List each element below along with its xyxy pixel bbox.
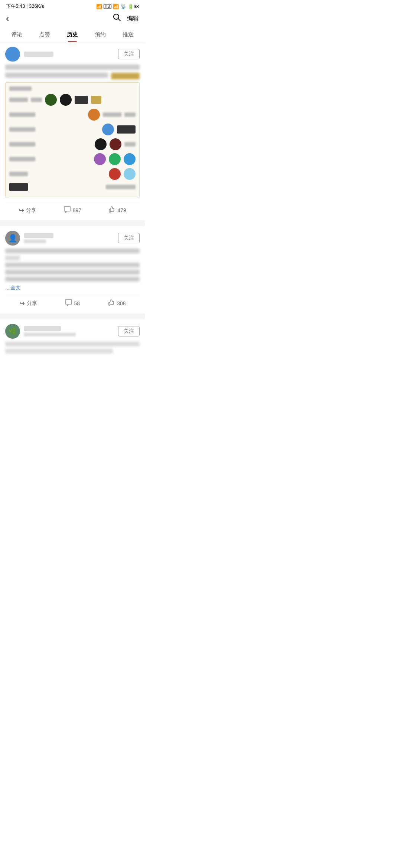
img-text-6 [124, 112, 136, 117]
header: ‹ 编辑 [0, 11, 145, 27]
share-icon-2: ↪ [19, 299, 25, 308]
img-text-11 [9, 172, 28, 176]
text-line-2-5 [5, 277, 140, 282]
post-header-3: 🌿 关注 [5, 324, 140, 339]
image-row-3 [9, 109, 136, 121]
like-icon-1 [108, 206, 115, 214]
tab-history[interactable]: 历史 [64, 27, 81, 42]
img-text-1 [9, 86, 32, 91]
back-button[interactable]: ‹ [6, 13, 9, 24]
username-3 [24, 326, 61, 331]
hd-label: HD [104, 4, 111, 9]
post-header-2: 👤 关注 [5, 231, 140, 246]
img-text-2 [9, 98, 28, 102]
user-name-block-3 [24, 326, 76, 336]
user-name-block-1 [24, 52, 53, 57]
color-dot-9 [124, 153, 136, 165]
divider-2 [0, 316, 145, 319]
follow-button-2[interactable]: 关注 [118, 233, 140, 243]
user-info-1 [5, 47, 53, 62]
share-action-2[interactable]: ↪ 分享 [19, 299, 37, 308]
img-text-9 [124, 142, 136, 147]
avatar-1 [5, 47, 20, 62]
like-action-2[interactable]: 308 [108, 299, 125, 308]
feed: 关注 [0, 42, 145, 358]
user-sub-3 [24, 333, 76, 336]
comment-icon-2 [65, 299, 72, 308]
tabs-bar: 评论 点赞 历史 预约 推送 [0, 27, 145, 42]
full-text-link-2[interactable]: 全文 [10, 285, 21, 291]
image-row-5 [9, 138, 136, 150]
share-icon-1: ↪ [19, 206, 24, 214]
username-2 [24, 233, 53, 238]
post-header-1: 关注 [5, 47, 140, 62]
like-count-2: 308 [117, 300, 125, 306]
img-text-3 [31, 98, 42, 102]
color-dot-2 [60, 94, 72, 106]
header-actions: 编辑 [113, 13, 139, 24]
tab-reserve[interactable]: 预约 [92, 27, 109, 42]
color-dot-5 [95, 138, 107, 150]
share-label-2: 分享 [27, 300, 37, 307]
img-text-4 [9, 112, 35, 117]
follow-button-3[interactable]: 关注 [118, 326, 140, 336]
status-bar: 下午5:43 | 326K/s 📶 HD 📶 📡 🔋68 [0, 0, 145, 11]
post-text-line-1 [5, 65, 140, 70]
post-line-3-2 [5, 349, 113, 354]
like-action-1[interactable]: 479 [108, 206, 126, 214]
dark-btn-2 [117, 125, 136, 134]
img-text-12 [106, 185, 136, 189]
search-button[interactable] [113, 13, 121, 24]
ellipsis-2: ... [5, 285, 10, 291]
battery-icon: 🔋68 [128, 4, 139, 9]
text-line-2-4 [5, 270, 140, 274]
img-text-8 [9, 142, 35, 147]
action-bar-2: ↪ 分享 58 308 [5, 295, 140, 309]
comment-action-2[interactable]: 58 [65, 299, 80, 308]
image-row-6 [9, 153, 136, 165]
like-icon-2 [108, 299, 115, 308]
post-image-area-1 [5, 82, 140, 198]
follow-button-1[interactable]: 关注 [118, 49, 140, 59]
wifi-icon: 📡 [120, 4, 126, 9]
image-row-4 [9, 124, 136, 135]
share-label-1: 分享 [26, 207, 36, 214]
img-text-7 [9, 127, 35, 132]
text-line-2-2 [5, 256, 20, 260]
status-icons: 📶 HD 📶 📡 🔋68 [96, 4, 139, 9]
avatar-2: 👤 [5, 231, 20, 246]
comment-action-1[interactable]: 897 [63, 206, 81, 214]
signal-icon-2: 📶 [113, 4, 119, 9]
tab-push[interactable]: 推送 [120, 27, 137, 42]
action-bar-1: ↪ 分享 897 479 [5, 202, 140, 216]
signal-icon: 📶 [96, 4, 102, 9]
tab-like[interactable]: 点赞 [36, 27, 53, 42]
divider-1 [0, 223, 145, 226]
color-dot-10 [109, 168, 121, 180]
img-text-10 [9, 157, 35, 161]
inline-more-2: ... 全文 [5, 285, 140, 291]
comment-count-1: 897 [73, 207, 81, 213]
avatar-3: 🌿 [5, 324, 20, 339]
image-row-1 [9, 86, 136, 91]
tab-comment[interactable]: 评论 [8, 27, 25, 42]
color-dot-3 [88, 109, 100, 121]
post-text-2 [5, 249, 140, 282]
comment-icon-1 [63, 206, 71, 214]
user-info-2: 👤 [5, 231, 53, 246]
color-dot-11 [124, 168, 136, 180]
status-time: 下午5:43 | 326K/s [6, 3, 44, 10]
color-dot-8 [109, 153, 121, 165]
username-1 [24, 52, 53, 57]
image-row-2 [9, 94, 136, 106]
comment-count-2: 58 [74, 300, 80, 306]
post-card-3: 🌿 关注 [0, 319, 145, 358]
share-action-1[interactable]: ↪ 分享 [19, 206, 36, 214]
image-row-8 [9, 183, 136, 191]
user-name-block-2 [24, 233, 53, 243]
image-row-7 [9, 168, 136, 180]
edit-button[interactable]: 编辑 [127, 15, 139, 23]
post-card-1: 关注 [0, 42, 145, 220]
color-dot-7 [94, 153, 106, 165]
yellow-btn-1 [91, 96, 101, 104]
